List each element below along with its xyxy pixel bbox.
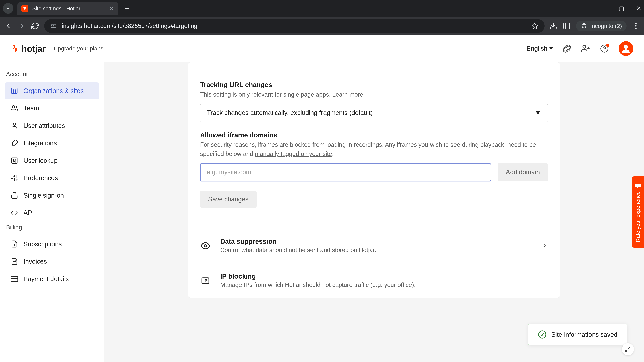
svg-point-9 [635, 25, 636, 27]
sidebar-item-label: Preferences [24, 174, 58, 182]
tab-favicon-icon [22, 5, 28, 12]
sidebar-item-organizations[interactable]: Organizations & sites [5, 82, 99, 99]
language-select[interactable]: English [526, 45, 553, 52]
select-value: Track changes automatically, excluding f… [207, 109, 373, 116]
data-suppression-desc: Control what data should not be sent and… [220, 247, 532, 254]
svg-point-8 [635, 23, 636, 24]
app: hotjar Upgrade your plans English [0, 35, 644, 362]
reader-icon[interactable] [563, 22, 571, 30]
downloads-icon[interactable] [549, 22, 557, 30]
upgrade-link[interactable]: Upgrade your plans [54, 45, 104, 52]
svg-rect-19 [15, 89, 16, 90]
sidebar-item-api[interactable]: API [5, 204, 99, 221]
sidebar-item-payment-details[interactable]: Payment details [5, 271, 99, 287]
main-content: Tracking URL changes This setting is onl… [104, 62, 644, 362]
url-text: insights.hotjar.com/site/3825597/setting… [62, 22, 526, 29]
close-window-button[interactable]: ✕ [636, 5, 641, 12]
check-circle-icon [538, 330, 546, 339]
sidebar-section-billing: Billing [0, 222, 104, 235]
chevron-right-icon [541, 242, 548, 249]
tracking-select[interactable]: Track changes automatically, excluding f… [200, 104, 548, 122]
help-icon[interactable] [600, 44, 609, 53]
svg-point-43 [538, 331, 546, 338]
logo-text: hotjar [22, 43, 46, 54]
tracking-url-group: Tracking URL changes This setting is onl… [200, 81, 548, 122]
new-tab-button[interactable]: + [125, 4, 130, 13]
iframe-desc: For security reasons, iframes are blocke… [200, 140, 548, 158]
reload-button[interactable] [31, 22, 40, 30]
svg-rect-21 [15, 91, 16, 92]
svg-rect-18 [13, 89, 14, 90]
incognito-label: Incognito (2) [590, 23, 622, 29]
tab-bar: Site settings - Hotjar × + — ▢ ✕ [0, 0, 644, 17]
svg-rect-20 [13, 91, 14, 92]
sidebar-item-preferences[interactable]: Preferences [5, 170, 99, 186]
window-controls: — ▢ ✕ [600, 5, 641, 12]
ip-blocking-row[interactable]: IP IP blocking Manage IPs from which Hot… [188, 263, 560, 298]
invite-icon[interactable] [581, 44, 590, 53]
sidebar-item-user-lookup[interactable]: User lookup [5, 152, 99, 169]
address-bar: insights.hotjar.com/site/3825597/setting… [0, 17, 644, 35]
sidebar-item-integrations[interactable]: Integrations [5, 135, 99, 151]
tab-search-button[interactable] [3, 3, 14, 14]
iframe-title: Allowed iframe domains [200, 131, 548, 139]
incognito-icon [581, 23, 588, 29]
url-actions: Incognito (2) [549, 21, 640, 31]
svg-marker-5 [532, 23, 538, 29]
browser-tab[interactable]: Site settings - Hotjar × [18, 2, 118, 15]
tracking-desc: This setting is only relevant for single… [200, 90, 548, 99]
learn-more-link[interactable]: Learn more [332, 91, 363, 98]
expand-icon [625, 346, 631, 352]
domain-input[interactable] [200, 163, 491, 181]
integrations-icon[interactable] [562, 44, 572, 53]
sidebar-item-subscriptions[interactable]: Subscriptions [5, 236, 99, 252]
sidebar-item-sso[interactable]: Single sign-on [5, 187, 99, 204]
avatar[interactable] [618, 41, 633, 56]
feedback-tab[interactable]: Rate your experience [632, 176, 644, 248]
tab-close-button[interactable]: × [110, 5, 113, 12]
svg-point-23 [13, 123, 16, 125]
site-info-icon[interactable] [50, 23, 57, 29]
ip-blocking-desc: Manage IPs from which Hotjar should not … [220, 281, 548, 289]
sidebar-item-label: Subscriptions [24, 241, 62, 248]
sidebar-item-user-attributes[interactable]: User attributes [5, 117, 99, 134]
manually-tagged-link[interactable]: manually tagged on your site [255, 150, 332, 157]
sidebar-item-label: Invoices [24, 258, 47, 265]
sidebar-item-invoices[interactable]: Invoices [5, 253, 99, 270]
iframe-domains-group: Allowed iframe domains For security reas… [200, 131, 548, 208]
svg-point-16 [624, 45, 628, 49]
sidebar-item-team[interactable]: Team [5, 100, 99, 117]
maximize-button[interactable]: ▢ [618, 5, 624, 12]
back-button[interactable] [4, 22, 13, 30]
minimize-button[interactable]: — [600, 5, 606, 12]
add-domain-button[interactable]: Add domain [498, 163, 548, 181]
svg-rect-35 [12, 195, 17, 198]
url-box[interactable]: insights.hotjar.com/site/3825597/setting… [44, 19, 544, 33]
svg-point-40 [204, 245, 206, 247]
sidebar: Account Organizations & sites Team User … [0, 62, 104, 362]
tracking-title: Tracking URL changes [200, 81, 548, 89]
svg-rect-6 [564, 23, 570, 29]
data-suppression-row[interactable]: Data suppression Control what data shoul… [188, 228, 560, 263]
svg-point-2 [56, 26, 56, 26]
sidebar-item-label: API [24, 209, 34, 217]
expand-button[interactable] [622, 343, 634, 355]
logo-mark-icon [11, 44, 19, 53]
svg-line-45 [626, 350, 628, 352]
incognito-badge[interactable]: Incognito (2) [576, 21, 626, 31]
svg-point-11 [583, 45, 586, 48]
ip-icon: IP [200, 275, 211, 286]
bookmark-icon[interactable] [531, 22, 538, 30]
sidebar-item-label: Single sign-on [24, 192, 64, 199]
svg-point-1 [53, 26, 54, 26]
notification-dot-icon [606, 44, 609, 47]
logo[interactable]: hotjar [11, 43, 46, 54]
forward-button[interactable] [18, 22, 26, 30]
header-right: English [526, 41, 633, 56]
app-header: hotjar Upgrade your plans English [0, 35, 644, 62]
sidebar-item-label: User attributes [24, 122, 65, 129]
save-changes-button[interactable]: Save changes [200, 191, 256, 208]
browser-menu-icon[interactable] [632, 22, 640, 30]
toast: Site informations saved [528, 324, 627, 345]
svg-line-44 [628, 347, 630, 349]
